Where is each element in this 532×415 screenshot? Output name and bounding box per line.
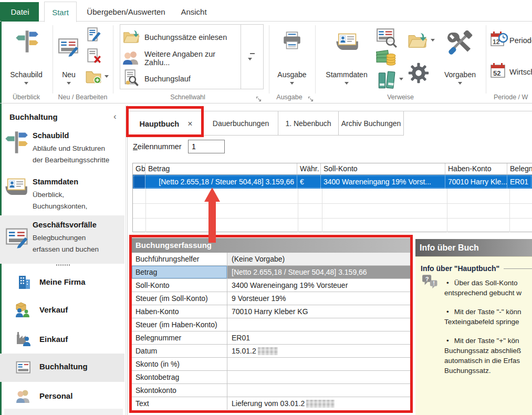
zeilennummer-label: Zeilennummer [133,142,182,151]
sidebar-item-label: Einkauf [39,335,68,344]
sidebar-item-personal[interactable]: Personal [0,387,124,408]
ausgabe-button[interactable]: Ausgabe [271,25,313,90]
dialog-launcher-icon[interactable] [308,95,314,104]
grid-cell-gb [133,175,145,189]
contact-card-icon [3,177,28,202]
quick-item-buchungssaetze[interactable]: Buchungssätze einlesen [123,27,238,47]
stammdaten-button-label: Stammdaten [321,70,372,79]
grid-header-row: Gb Betrag Währ. Soll-Konto Haben-Konto B… [133,163,532,175]
grid-header-haben[interactable]: Haben-Konto [445,163,507,174]
grid-header-waehrung[interactable]: Währ. [297,163,321,174]
sidebar-item-meine-firma[interactable]: Meine Firma [0,272,124,293]
grid-header-betrag[interactable]: Betrag [145,163,297,174]
periode-button[interactable]: 12 Periode [490,32,532,49]
grid-cell-beleg: ER01 [507,175,532,189]
doc-tab-dauerbuchungen[interactable]: Dauerbuchungen [204,111,278,136]
grid-header-beleg[interactable]: Belegnummer [507,163,532,174]
neu-button[interactable]: Neu [55,25,83,90]
factory-icon [14,330,32,348]
info-panel-text: Über das Soll-Konto entsprechend gebucht… [442,278,532,412]
zeilennummer-input[interactable] [188,140,225,153]
sidebar-item-label: Verkauf [39,305,68,314]
grid-col-line [145,189,146,232]
edit-doc-icon[interactable] [87,26,101,45]
grid-cell-betrag: [Netto 2.655,18 / Steuer 504,48] 3.159,6… [145,175,297,189]
folder-import-icon[interactable] [408,32,427,50]
chevron-down-icon[interactable] [431,39,435,44]
chevron-down-icon [290,82,294,87]
wirtschaftsjahr-button[interactable]: 52 Wirtsch [490,63,532,81]
sidebar-item-title: Stammdaten [33,178,78,186]
periode-button-label: Periode [509,36,532,45]
delete-doc-icon[interactable] [87,47,101,66]
quick-access-more-button[interactable] [247,52,257,61]
tab-ansicht[interactable]: Ansicht [172,2,215,21]
grid-row-line [133,218,532,219]
sidebar-item-buchhaltung[interactable]: Buchhaltung [0,354,124,382]
schaubild-button-label: Schaubild [4,70,48,79]
chevron-down-icon[interactable] [399,78,403,82]
grid-cell-waehrung: € [297,175,321,189]
ribbon-tab-divider [0,21,532,22]
sidebar-item-subtitle: Überblick,Buchungskonten, [33,189,87,212]
sidebar-splitter-handle[interactable] [56,264,70,266]
info-panel-body: Info über "Hauptbuch" ? ! Über das Soll-… [415,256,532,415]
neu-button-label: Neu [55,70,83,79]
people-icon [15,389,32,406]
info-panel-header: Info über Buch [415,239,532,256]
stammdaten-button[interactable]: Stammdaten [321,25,372,90]
tab-start[interactable]: Start [44,2,77,22]
quick-access-divider [241,25,241,89]
quick-item-label: Weitere Angaben zur Zahlu... [144,50,239,67]
quick-item-buchungslauf[interactable]: Buchungslauf [124,69,239,88]
vorgaben-button[interactable]: Vorgaben [439,25,481,90]
quick-item-label: Buchungslauf [144,75,191,83]
calendar-clock-icon: 12 [490,31,508,50]
sidebar-item-label: Personal [39,391,72,400]
ausgabe-button-label: Ausgabe [271,70,313,79]
chevron-down-icon [345,82,349,87]
sidebar-item-einkauf[interactable]: Einkauf [0,329,124,350]
vorgaben-button-label: Vorgaben [439,70,481,79]
doc-tab-archiv[interactable]: Archiv Buchungen [339,111,404,136]
group-label-ueberblick: Überblick [0,94,53,101]
chevron-left-icon[interactable]: ‹ [113,111,117,122]
calendar-52-icon: 52 [490,63,508,81]
books-icon[interactable] [377,69,397,91]
grid-header-soll[interactable]: Soll-Konto [321,163,445,174]
sidebar-item-geschaeftsvorfaelle[interactable]: Geschäftsvorfälle Belegbuchungenerfassen… [0,215,124,264]
sidebar-item-subtitle: Abläufe und Strukturender Bearbeitungssc… [33,143,109,166]
contact-card-icon [334,32,359,57]
grid-col-line [447,189,447,232]
tab-uebergeben-auswerten[interactable]: Übergeben/Auswerten [81,2,171,21]
chevron-down-icon[interactable] [105,75,109,80]
quick-item-weitere-angaben[interactable]: Weitere Angaben zur Zahlu... [122,48,239,68]
money-icon[interactable] [376,49,396,69]
svg-text:?: ? [425,276,429,282]
file-tab[interactable]: Datei [1,2,39,22]
svg-text:!: ! [433,281,435,286]
schaubild-button[interactable]: Schaubild [4,25,48,90]
group-separator [53,25,53,94]
dialog-launcher-icon[interactable] [256,95,262,104]
grid-row-selected[interactable]: [Netto 2.655,18 / Steuer 504,48] 3.159,6… [133,175,532,189]
folder-import-icon [123,29,140,46]
grid-header-gb[interactable]: Gb [133,163,145,174]
doc-tab-nebenbuch[interactable]: 1. Nebenbuch [278,111,339,136]
grid-row-line [133,203,532,204]
sidebar-item-label: Meine Firma [39,277,86,286]
annotation-arrow-head [204,188,220,202]
sidebar-border [126,105,126,415]
folder-add-icon[interactable] [85,69,102,86]
gear-icon[interactable] [406,61,431,87]
annotation-box-hauptbuch-tab [126,106,204,137]
sidebar-item-subtitle: Belegbuchungenerfassen und buchen [33,232,99,255]
window-search-icon[interactable] [376,27,398,50]
sidebar-footer-strip [4,409,123,415]
sidebar-item-verkauf[interactable]: Verkauf [0,300,124,321]
chevron-down-icon [458,82,462,87]
sidebar-item-schaubild[interactable]: Schaubild Abläufe und Strukturender Bear… [0,127,124,170]
sidebar-item-stammdaten[interactable]: Stammdaten Überblick,Buchungskonten, [0,172,124,214]
sidebar-title: Buchhaltung [9,112,58,121]
chevron-down-icon [24,82,28,87]
